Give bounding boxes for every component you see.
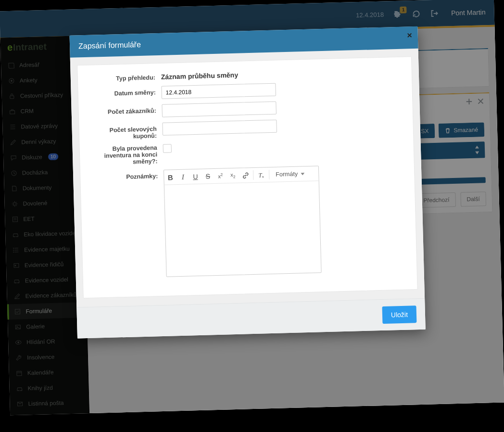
svg-text:×: × <box>262 175 264 179</box>
italic-icon[interactable]: I <box>176 169 189 184</box>
save-button[interactable]: Uložit <box>382 305 416 324</box>
modal-close-icon[interactable]: × <box>407 30 412 40</box>
customers-input[interactable] <box>162 102 277 117</box>
label-type: Typ přehledu: <box>87 71 161 83</box>
date-input[interactable] <box>161 83 276 99</box>
rich-text-editor: B I U S x2 x2 T× <box>164 165 322 277</box>
label-coupons: Počet slevových kuponů: <box>88 123 163 141</box>
formats-dropdown[interactable]: Formáty <box>271 170 309 178</box>
modal-title: Zapsání formuláře <box>78 40 141 50</box>
link-icon[interactable] <box>239 168 252 183</box>
label-date: Datum směny: <box>87 86 161 98</box>
coupons-input[interactable] <box>162 120 277 136</box>
app-window: 12.4.2018 1 Pont Martin e Intranet Adres… <box>0 0 504 415</box>
inventory-checkbox[interactable] <box>163 144 172 152</box>
superscript-icon[interactable]: x2 <box>214 168 227 183</box>
value-type: Záznam průběhu směny <box>161 69 239 81</box>
clear-format-icon[interactable]: T× <box>255 167 268 182</box>
label-inventory: Byla provedena inventura na konci směny?… <box>88 144 164 166</box>
strike-icon[interactable]: S <box>202 169 214 184</box>
bold-icon[interactable]: B <box>164 170 177 185</box>
rte-textarea[interactable] <box>164 181 321 276</box>
underline-icon[interactable]: U <box>189 169 202 184</box>
label-customers: Počet zákazníků: <box>87 104 162 116</box>
modal-dialog: Zapsání formuláře × Typ přehledu: Záznam… <box>70 26 426 339</box>
form-card: Typ přehledu: Záznam průběhu směny Datum… <box>77 56 417 298</box>
modal-body: Typ přehledu: Záznam průběhu směny Datum… <box>70 49 425 307</box>
subscript-icon[interactable]: x2 <box>227 168 239 183</box>
label-notes: Poznámky: <box>89 170 164 181</box>
